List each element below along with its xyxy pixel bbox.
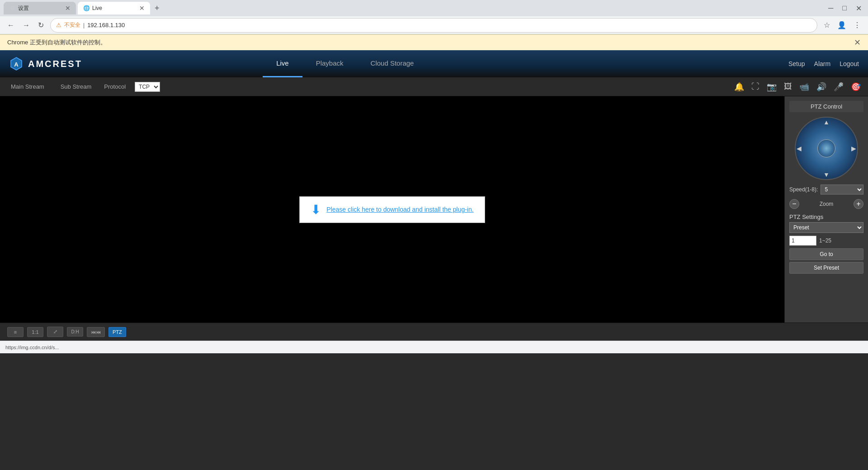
- sub-stream-button[interactable]: Sub Stream: [57, 81, 95, 92]
- ptz-settings-select[interactable]: Preset Tour Pattern: [789, 222, 863, 233]
- ratio1-button[interactable]: 1:1: [27, 327, 43, 337]
- main-content: ⬇ Please click here to download and inst…: [0, 96, 868, 323]
- new-tab-button[interactable]: +: [152, 4, 162, 13]
- minimize-button[interactable]: ─: [826, 3, 836, 14]
- plugin-prompt[interactable]: ⬇ Please click here to download and inst…: [299, 196, 485, 223]
- ptz-settings: PTZ Settings Preset Tour Pattern 1~25 Go…: [789, 214, 863, 274]
- video-area: ⬇ Please click here to download and inst…: [0, 96, 784, 323]
- settings-tab-title: 设置: [18, 5, 62, 12]
- ptz-range-label: 1~25: [819, 237, 831, 244]
- fullscreen-icon[interactable]: ⛶: [751, 82, 760, 91]
- logo-icon: A: [9, 57, 24, 71]
- set-preset-button[interactable]: Set Preset: [789, 262, 863, 274]
- zoom-plus-button[interactable]: +: [854, 199, 863, 209]
- prev-button[interactable]: ⏮⏮: [87, 327, 105, 337]
- setup-link[interactable]: Setup: [788, 60, 805, 67]
- browser-actions: ☆ 👤 ⋮: [822, 19, 863, 31]
- browser-tab-settings[interactable]: ⚙ 设置 ✕: [4, 2, 76, 14]
- ptz-left-button[interactable]: ◀: [797, 145, 802, 152]
- audio-in-icon[interactable]: 🎤: [834, 82, 844, 92]
- automation-message: Chrome 正受到自动测试软件的控制。: [7, 38, 106, 47]
- profile-button[interactable]: 👤: [835, 19, 848, 31]
- address-bar[interactable]: ⚠ 不安全 | 192.168.1.130: [50, 18, 817, 33]
- toolbar-icons: 🔔 ⛶ 📷 🖼 📹 🔊 🎤 🎯: [734, 82, 861, 92]
- ptz-settings-title: PTZ Settings: [789, 214, 863, 220]
- automation-close-button[interactable]: ✕: [854, 38, 861, 47]
- zoom-minus-button[interactable]: −: [789, 199, 799, 209]
- nav-links: Live Playback Cloud Storage: [263, 50, 427, 77]
- streams-button[interactable]: ≡: [7, 327, 24, 337]
- back-button[interactable]: ←: [5, 19, 16, 31]
- expand-button[interactable]: ⤢: [47, 327, 63, 337]
- ptz-input-row: 1~25: [789, 236, 863, 246]
- video-record-icon[interactable]: 📹: [799, 82, 809, 92]
- logout-link[interactable]: Logout: [840, 60, 859, 67]
- ptz-title: PTZ Control: [789, 101, 863, 112]
- nav-playback[interactable]: Playback: [302, 50, 357, 77]
- insecure-icon: ⚠: [56, 22, 61, 28]
- speed-label: Speed(1-8):: [789, 186, 818, 193]
- app-header: A AMCREST Live Playback Cloud Storage Se…: [0, 50, 868, 77]
- ptz-zoom-row: − Zoom +: [789, 199, 863, 209]
- main-stream-button[interactable]: Main Stream: [7, 81, 48, 92]
- nav-cloud-storage[interactable]: Cloud Storage: [357, 50, 428, 77]
- plugin-text[interactable]: Please click here to download and instal…: [326, 206, 473, 213]
- svg-text:A: A: [14, 61, 19, 68]
- status-bar: https://img.ccdn.cn/d/s...: [0, 341, 868, 353]
- ptz-speed-row: Speed(1-8): 1234 5678: [789, 185, 863, 195]
- image-icon[interactable]: 🖼: [784, 82, 792, 91]
- not-secure-label: 不安全: [64, 21, 80, 29]
- ptz-joystick: ▲ ▼ ◀ ▶: [795, 117, 858, 180]
- browser-titlebar: ⚙ 设置 ✕ 🌐 Live ✕ + ─ □ ✕: [0, 0, 868, 16]
- browser-tab-live[interactable]: 🌐 Live ✕: [78, 2, 150, 14]
- alert-icon[interactable]: 🔔: [734, 82, 744, 92]
- status-url: https://img.ccdn.cn/d/s...: [5, 345, 59, 350]
- ptz-center[interactable]: [817, 139, 835, 157]
- zoom-label: Zoom: [802, 201, 851, 207]
- address-separator: |: [83, 22, 85, 28]
- ptz-mode-button[interactable]: PTZ: [108, 327, 126, 337]
- address-text[interactable]: 192.168.1.130: [87, 22, 811, 28]
- ptz-right-button[interactable]: ▶: [851, 145, 856, 152]
- forward-button[interactable]: →: [21, 19, 32, 31]
- settings-tab-close[interactable]: ✕: [65, 5, 71, 11]
- toolbar: Main Stream Sub Stream Protocol TCP UDP …: [0, 77, 868, 96]
- browser-frame: ⚙ 设置 ✕ 🌐 Live ✕ + ─ □ ✕ ← → ↻ ⚠ 不安全 | 19…: [0, 0, 868, 50]
- speed-select[interactable]: 1234 5678: [821, 185, 863, 195]
- logo-text: AMCREST: [28, 59, 82, 69]
- settings-tab-icon: ⚙: [9, 5, 15, 11]
- audio-out-icon[interactable]: 🔊: [816, 82, 826, 92]
- star-button[interactable]: ☆: [822, 19, 832, 31]
- ptz-panel: PTZ Control ▲ ▼ ◀ ▶ Speed(1-8): 1234 567…: [784, 96, 868, 323]
- ptz-up-button[interactable]: ▲: [823, 119, 830, 126]
- logo: A AMCREST: [9, 57, 82, 71]
- bottom-toolbar: ≡ 1:1 ⤢ D:H ⏮⏮ PTZ: [0, 323, 868, 341]
- live-tab-title: Live: [92, 5, 137, 11]
- protocol-select[interactable]: TCP UDP: [135, 82, 160, 92]
- close-window-button[interactable]: ✕: [853, 3, 864, 14]
- download-icon: ⬇: [311, 202, 321, 217]
- ptz-preset-input[interactable]: [789, 236, 816, 246]
- maximize-button[interactable]: □: [840, 3, 849, 14]
- live-tab-close[interactable]: ✕: [139, 5, 145, 11]
- live-tab-icon: 🌐: [83, 5, 90, 11]
- protocol-label: Protocol: [104, 83, 126, 90]
- target-icon[interactable]: 🎯: [851, 82, 861, 92]
- screenshot-icon[interactable]: 📷: [767, 82, 777, 92]
- header-actions: Setup Alarm Logout: [788, 60, 859, 67]
- automation-bar: Chrome 正受到自动测试软件的控制。 ✕: [0, 34, 868, 50]
- window-controls: ─ □ ✕: [826, 3, 864, 14]
- nav-live[interactable]: Live: [263, 50, 302, 77]
- refresh-button[interactable]: ↻: [36, 19, 46, 31]
- browser-controls: ← → ↻ ⚠ 不安全 | 192.168.1.130 ☆ 👤 ⋮: [0, 16, 868, 34]
- aspect-button[interactable]: D:H: [67, 327, 83, 337]
- ptz-down-button[interactable]: ▼: [823, 171, 830, 178]
- alarm-link[interactable]: Alarm: [814, 60, 831, 67]
- goto-button[interactable]: Go to: [789, 248, 863, 260]
- menu-button[interactable]: ⋮: [852, 19, 863, 31]
